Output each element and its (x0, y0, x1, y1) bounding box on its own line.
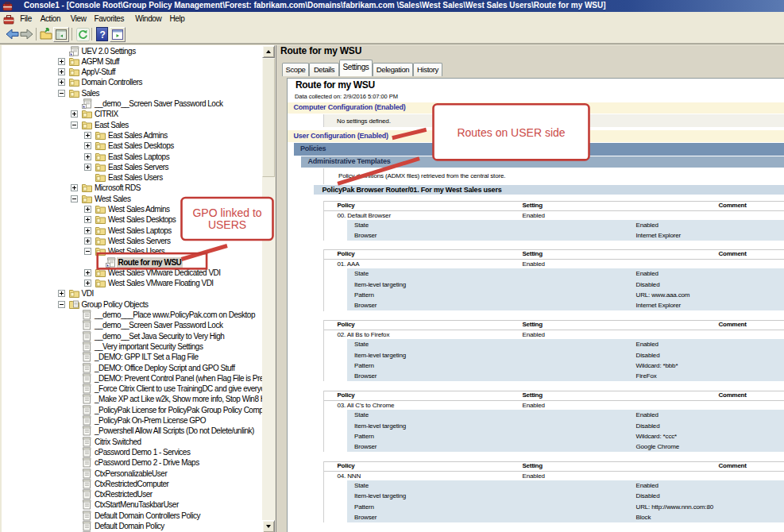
svg-text:USERS: USERS (208, 218, 246, 231)
svg-text:Routes on USER side: Routes on USER side (457, 126, 565, 139)
svg-text:GPO linked to: GPO linked to (192, 206, 261, 219)
